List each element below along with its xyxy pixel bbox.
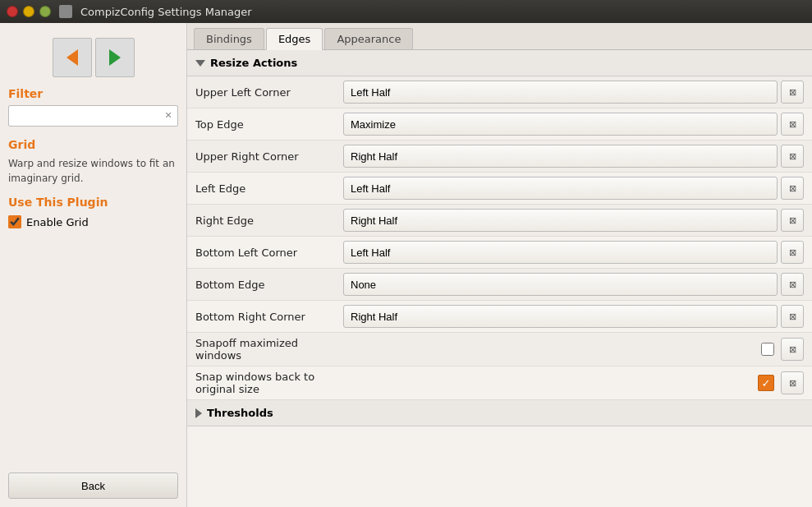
app-icon bbox=[59, 5, 72, 18]
thresholds-header[interactable]: Thresholds bbox=[187, 400, 812, 426]
bottom-left-corner-row: Bottom Left Corner Left HalfRight HalfNo… bbox=[187, 237, 812, 269]
bottom-right-corner-select[interactable]: Right HalfLeft HalfNone bbox=[343, 305, 778, 328]
upper-right-corner-reset[interactable]: ⊠ bbox=[781, 145, 804, 168]
grid-title: Grid bbox=[8, 138, 178, 151]
minimize-button[interactable] bbox=[23, 6, 34, 17]
left-edge-select[interactable]: Left HalfRight HalfNone bbox=[343, 177, 778, 200]
upper-right-corner-control: Right HalfLeft HalfNone ⊠ bbox=[343, 145, 804, 168]
right-edge-label: Right Edge bbox=[195, 214, 343, 227]
arrow-right-icon bbox=[109, 49, 121, 66]
tab-bindings[interactable]: Bindings bbox=[194, 28, 264, 49]
resize-actions-header[interactable]: Resize Actions bbox=[187, 50, 812, 76]
snapoff-label: Snapoff maximized windows bbox=[195, 337, 343, 362]
right-edge-select[interactable]: Right HalfLeft HalfNone bbox=[343, 209, 778, 232]
use-plugin-title: Use This Plugin bbox=[8, 196, 178, 209]
tabs-bar: Bindings Edges Appearance bbox=[187, 23, 812, 50]
right-edge-dropdown-wrap: Right HalfLeft HalfNone bbox=[343, 209, 778, 232]
snapback-control: ✓ ⊠ bbox=[343, 371, 804, 394]
grid-description: Warp and resize windows to fit an imagin… bbox=[8, 156, 178, 186]
top-edge-reset[interactable]: ⊠ bbox=[781, 113, 804, 136]
upper-left-corner-select[interactable]: Left HalfRight HalfNone bbox=[343, 81, 778, 104]
left-edge-row: Left Edge Left HalfRight HalfNone ⊠ bbox=[187, 173, 812, 205]
filter-input[interactable] bbox=[8, 105, 178, 127]
enable-grid-label: Enable Grid bbox=[26, 216, 89, 228]
top-edge-row: Top Edge MaximizeNoneLeft Half ⊠ bbox=[187, 108, 812, 141]
right-edge-row: Right Edge Right HalfLeft HalfNone ⊠ bbox=[187, 205, 812, 237]
bottom-left-corner-label: Bottom Left Corner bbox=[195, 247, 343, 259]
upper-right-corner-label: Upper Right Corner bbox=[195, 150, 343, 163]
maximize-button[interactable] bbox=[39, 6, 51, 17]
right-edge-reset[interactable]: ⊠ bbox=[781, 209, 804, 232]
tab-edges[interactable]: Edges bbox=[266, 28, 323, 50]
bottom-left-corner-select[interactable]: Left HalfRight HalfNone bbox=[343, 241, 778, 264]
upper-left-corner-control: Left HalfRight HalfNone ⊠ bbox=[343, 81, 804, 104]
snapback-label: Snap windows back to original size bbox=[195, 371, 343, 395]
filter-clear-button[interactable]: ✕ bbox=[162, 108, 175, 122]
snapback-reset[interactable]: ⊠ bbox=[781, 371, 804, 394]
bottom-right-corner-dropdown-wrap: Right HalfLeft HalfNone bbox=[343, 305, 778, 328]
upper-right-corner-row: Upper Right Corner Right HalfLeft HalfNo… bbox=[187, 141, 812, 173]
bottom-edge-row: Bottom Edge NoneLeft HalfRight HalfMaxim… bbox=[187, 269, 812, 301]
plugin-icon-right bbox=[95, 38, 135, 77]
main-layout: Filter ✕ Grid Warp and resize windows to… bbox=[0, 23, 812, 507]
bottom-left-corner-dropdown-wrap: Left HalfRight HalfNone bbox=[343, 241, 778, 264]
snapoff-checkbox-wrap bbox=[343, 343, 778, 356]
snapback-checkbox-wrap: ✓ bbox=[343, 375, 778, 391]
bottom-right-corner-control: Right HalfLeft HalfNone ⊠ bbox=[343, 305, 804, 328]
snapoff-control: ⊠ bbox=[343, 338, 804, 361]
titlebar: CompizConfig Settings Manager bbox=[0, 0, 812, 23]
top-edge-control: MaximizeNoneLeft Half ⊠ bbox=[343, 113, 804, 136]
bottom-edge-label: Bottom Edge bbox=[195, 279, 343, 291]
snapoff-checkbox[interactable] bbox=[761, 343, 774, 356]
snapback-checkbox-checked[interactable]: ✓ bbox=[758, 375, 774, 391]
left-edge-reset[interactable]: ⊠ bbox=[781, 177, 804, 200]
upper-left-corner-dropdown-wrap: Left HalfRight HalfNone bbox=[343, 81, 778, 104]
snapback-row: Snap windows back to original size ✓ ⊠ bbox=[187, 366, 812, 400]
arrow-left-icon bbox=[67, 49, 78, 66]
filter-title: Filter bbox=[8, 87, 178, 100]
thresholds-label: Thresholds bbox=[207, 407, 273, 419]
resize-actions-label: Resize Actions bbox=[210, 57, 297, 69]
bottom-edge-select[interactable]: NoneLeft HalfRight HalfMaximize bbox=[343, 273, 778, 296]
left-edge-label: Left Edge bbox=[195, 182, 343, 195]
back-button-area: Back bbox=[8, 464, 178, 499]
bottom-left-corner-control: Left HalfRight HalfNone ⊠ bbox=[343, 241, 804, 264]
bottom-edge-control: NoneLeft HalfRight HalfMaximize ⊠ bbox=[343, 273, 804, 296]
left-edge-control: Left HalfRight HalfNone ⊠ bbox=[343, 177, 804, 200]
bottom-left-corner-reset[interactable]: ⊠ bbox=[781, 241, 804, 264]
tab-appearance[interactable]: Appearance bbox=[324, 28, 413, 49]
enable-grid-checkbox[interactable] bbox=[8, 215, 21, 228]
bottom-right-corner-row: Bottom Right Corner Right HalfLeft HalfN… bbox=[187, 301, 812, 333]
bottom-right-corner-label: Bottom Right Corner bbox=[195, 311, 343, 323]
content-area: Bindings Edges Appearance Resize Actions… bbox=[187, 23, 812, 507]
plugin-icons bbox=[53, 38, 135, 77]
settings-panel: Resize Actions Upper Left Corner Left Ha… bbox=[187, 50, 812, 507]
right-edge-control: Right HalfLeft HalfNone ⊠ bbox=[343, 209, 804, 232]
sidebar: Filter ✕ Grid Warp and resize windows to… bbox=[0, 23, 187, 507]
snapoff-row: Snapoff maximized windows ⊠ bbox=[187, 333, 812, 366]
top-edge-select[interactable]: MaximizeNoneLeft Half bbox=[343, 113, 778, 136]
top-edge-label: Top Edge bbox=[195, 118, 343, 131]
plugin-icon-area bbox=[8, 38, 178, 77]
close-button[interactable] bbox=[7, 6, 18, 17]
upper-left-corner-label: Upper Left Corner bbox=[195, 86, 343, 99]
upper-left-corner-reset[interactable]: ⊠ bbox=[781, 81, 804, 104]
left-edge-dropdown-wrap: Left HalfRight HalfNone bbox=[343, 177, 778, 200]
window-title: CompizConfig Settings Manager bbox=[80, 6, 252, 18]
plugin-icon-left bbox=[53, 38, 92, 77]
upper-right-corner-dropdown-wrap: Right HalfLeft HalfNone bbox=[343, 145, 778, 168]
upper-left-corner-row: Upper Left Corner Left HalfRight HalfNon… bbox=[187, 76, 812, 108]
collapse-icon bbox=[195, 60, 205, 67]
expand-icon bbox=[195, 408, 202, 418]
back-button[interactable]: Back bbox=[8, 472, 178, 499]
filter-wrap: ✕ bbox=[8, 105, 178, 127]
snapoff-reset[interactable]: ⊠ bbox=[781, 338, 804, 361]
bottom-edge-reset[interactable]: ⊠ bbox=[781, 273, 804, 296]
top-edge-dropdown-wrap: MaximizeNoneLeft Half bbox=[343, 113, 778, 136]
bottom-edge-dropdown-wrap: NoneLeft HalfRight HalfMaximize bbox=[343, 273, 778, 296]
upper-right-corner-select[interactable]: Right HalfLeft HalfNone bbox=[343, 145, 778, 168]
enable-grid-row: Enable Grid bbox=[8, 215, 178, 228]
bottom-right-corner-reset[interactable]: ⊠ bbox=[781, 305, 804, 328]
